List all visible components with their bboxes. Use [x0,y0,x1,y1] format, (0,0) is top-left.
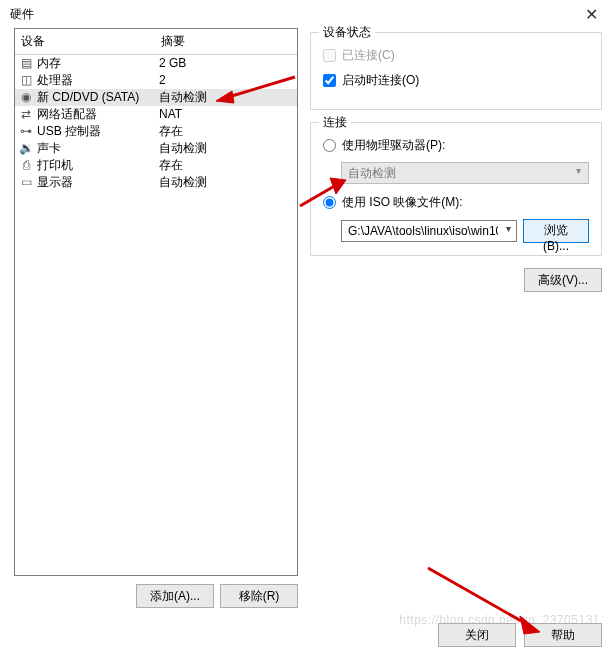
connected-checkbox [323,49,336,62]
col-header-device[interactable]: 设备 [15,29,155,54]
use-physical-label: 使用物理驱动器(P): [342,137,445,154]
help-button[interactable]: 帮助 [524,623,602,647]
device-name: 内存 [37,55,61,72]
use-physical-radio[interactable] [323,139,336,152]
device-row[interactable]: ⇄网络适配器NAT [15,106,297,123]
use-iso-label: 使用 ISO 映像文件(M): [342,194,463,211]
iso-path-input[interactable] [341,220,517,242]
poweron-checkbox-row[interactable]: 启动时连接(O) [323,72,589,89]
use-iso-radio[interactable] [323,196,336,209]
usb-icon: ⊶ [19,125,33,139]
device-name: 处理器 [37,72,73,89]
device-summary: 自动检测 [155,174,297,191]
network-icon: ⇄ [19,108,33,122]
poweron-label: 启动时连接(O) [342,72,419,89]
device-list[interactable]: 设备 摘要 ▤内存2 GB◫处理器2◉新 CD/DVD (SATA)自动检测⇄网… [14,28,298,576]
device-status-title: 设备状态 [319,24,375,41]
device-name: 打印机 [37,157,73,174]
device-row[interactable]: ◫处理器2 [15,72,297,89]
device-name: USB 控制器 [37,123,101,140]
advanced-button[interactable]: 高级(V)... [524,268,602,292]
device-summary: 自动检测 [155,89,297,106]
dialog-title: 硬件 [10,6,34,23]
sound-icon: 🔉 [19,142,33,156]
device-row[interactable]: ⊶USB 控制器存在 [15,123,297,140]
device-summary: 自动检测 [155,140,297,157]
poweron-checkbox[interactable] [323,74,336,87]
device-row[interactable]: 🔉声卡自动检测 [15,140,297,157]
device-row[interactable]: ▭显示器自动检测 [15,174,297,191]
device-summary: 2 [155,72,297,89]
device-name: 新 CD/DVD (SATA) [37,89,139,106]
device-list-header: 设备 摘要 [15,29,297,55]
close-button[interactable]: 关闭 [438,623,516,647]
device-summary: 存在 [155,157,297,174]
device-row[interactable]: ⎙打印机存在 [15,157,297,174]
close-icon[interactable]: ✕ [579,5,604,24]
device-status-group: 设备状态 已连接(C) 启动时连接(O) [310,32,602,110]
device-row[interactable]: ▤内存2 GB [15,55,297,72]
memory-icon: ▤ [19,57,33,71]
remove-button[interactable]: 移除(R) [220,584,298,608]
use-physical-radio-row[interactable]: 使用物理驱动器(P): [323,137,589,154]
use-iso-radio-row[interactable]: 使用 ISO 映像文件(M): [323,194,589,211]
device-name: 显示器 [37,174,73,191]
device-summary: 存在 [155,123,297,140]
device-name: 声卡 [37,140,61,157]
display-icon: ▭ [19,176,33,190]
add-button[interactable]: 添加(A)... [136,584,214,608]
connection-title: 连接 [319,114,351,131]
connected-checkbox-row: 已连接(C) [323,47,589,64]
device-row[interactable]: ◉新 CD/DVD (SATA)自动检测 [15,89,297,106]
device-summary: 2 GB [155,55,297,72]
connected-label: 已连接(C) [342,47,395,64]
disc-icon: ◉ [19,91,33,105]
printer-icon: ⎙ [19,159,33,173]
connection-group: 连接 使用物理驱动器(P): 使用 ISO 映像文件(M): 浏览(B)... [310,122,602,256]
cpu-icon: ◫ [19,74,33,88]
device-summary: NAT [155,106,297,123]
browse-button[interactable]: 浏览(B)... [523,219,589,243]
col-header-summary[interactable]: 摘要 [155,29,297,54]
device-name: 网络适配器 [37,106,97,123]
physical-drive-combo [341,162,589,184]
